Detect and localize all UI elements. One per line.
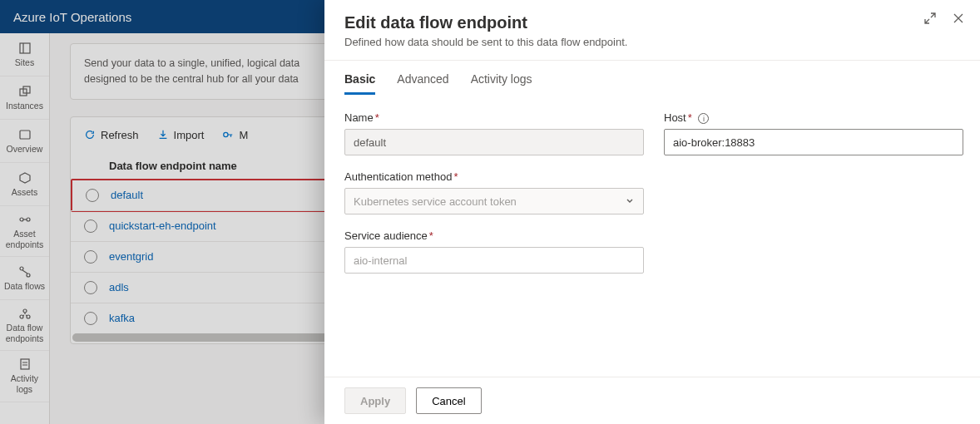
- row-radio[interactable]: [84, 312, 97, 325]
- refresh-button[interactable]: Refresh: [84, 129, 139, 141]
- svg-point-8: [23, 309, 27, 313]
- data-flows-icon: [18, 265, 32, 279]
- svg-point-7: [27, 274, 30, 277]
- row-name-link[interactable]: quickstart-eh-endpoint: [109, 219, 216, 232]
- name-field: Name* default: [344, 111, 644, 155]
- auth-select[interactable]: Kubernetes service account token: [344, 188, 644, 214]
- expand-icon[interactable]: [923, 12, 937, 27]
- apply-button[interactable]: Apply: [344, 387, 406, 414]
- sidebar-item-label: Overview: [7, 144, 43, 155]
- svg-point-4: [20, 218, 23, 221]
- svg-rect-3: [20, 131, 30, 139]
- data-flow-endpoints-icon: [18, 307, 32, 320]
- svg-point-6: [20, 267, 23, 270]
- sites-icon: [18, 42, 32, 55]
- panel-title: Edit data flow endpoint: [344, 13, 960, 32]
- key-icon: [222, 129, 234, 141]
- row-name-link[interactable]: kafka: [109, 312, 135, 324]
- host-field: Host* i aio-broker:18883: [664, 111, 963, 155]
- panel-subtitle: Defined how data should be sent to this …: [344, 36, 960, 48]
- sidebar-item-asset-endpoints[interactable]: Asset endpoints: [0, 206, 49, 257]
- sidebar-item-assets[interactable]: Assets: [0, 163, 49, 206]
- sidebar-item-instances[interactable]: Instances: [0, 76, 49, 120]
- host-label: Host* i: [664, 111, 963, 124]
- edit-endpoint-panel: Edit data flow endpoint Defined how data…: [324, 0, 980, 424]
- tab-advanced[interactable]: Advanced: [397, 72, 448, 95]
- svg-point-5: [27, 218, 30, 221]
- panel-tabs: Basic Advanced Activity logs: [324, 61, 980, 95]
- more-label: M: [239, 129, 248, 141]
- name-label: Name*: [344, 111, 644, 124]
- svg-rect-0: [20, 43, 30, 53]
- svg-rect-11: [21, 359, 29, 369]
- import-icon: [157, 129, 169, 141]
- row-radio[interactable]: [84, 281, 97, 294]
- column-header-name[interactable]: Data flow endpoint name: [109, 160, 237, 172]
- panel-header: Edit data flow endpoint Defined how data…: [324, 0, 980, 61]
- sidebar-item-sites[interactable]: Sites: [0, 33, 49, 76]
- refresh-icon: [84, 129, 96, 141]
- row-radio[interactable]: [86, 189, 99, 202]
- sidebar-item-label: Data flows: [4, 281, 45, 292]
- tab-activity-logs[interactable]: Activity logs: [471, 72, 532, 95]
- auth-label: Authentication method*: [344, 170, 644, 183]
- row-name-link[interactable]: eventgrid: [109, 250, 153, 263]
- panel-footer: Apply Cancel: [324, 377, 980, 424]
- asset-endpoints-icon: [18, 213, 32, 226]
- assets-icon: [18, 171, 32, 185]
- row-name-link[interactable]: default: [111, 189, 143, 201]
- auth-placeholder: Kubernetes service account token: [354, 195, 517, 208]
- close-icon[interactable]: [952, 12, 965, 27]
- auth-field: Authentication method* Kubernetes servic…: [344, 170, 644, 214]
- product-title: Azure IoT Operations: [13, 10, 131, 24]
- sidebar-item-label: Assets: [12, 187, 38, 198]
- row-radio[interactable]: [84, 250, 97, 264]
- cancel-button[interactable]: Cancel: [416, 387, 481, 414]
- activity-logs-icon: [18, 357, 32, 371]
- overview-icon: [18, 128, 32, 141]
- chevron-down-icon: [625, 195, 635, 208]
- audience-label: Service audience*: [344, 229, 644, 242]
- sidebar-item-label: Activity logs: [2, 373, 47, 394]
- tab-basic[interactable]: Basic: [344, 72, 375, 95]
- sidebar-item-data-flow-endpoints[interactable]: Data flow endpoints: [0, 300, 49, 351]
- sidebar-item-label: Instances: [6, 101, 43, 111]
- audience-field: Service audience* aio-internal: [344, 229, 644, 274]
- instances-icon: [18, 85, 32, 98]
- sidebar-item-label: Asset endpoints: [2, 229, 47, 249]
- sidebar: Sites Instances Overview Assets Asset en…: [0, 33, 50, 424]
- import-label: Import: [174, 129, 205, 141]
- audience-input[interactable]: aio-internal: [344, 247, 644, 274]
- sidebar-item-activity-logs[interactable]: Activity logs: [0, 351, 49, 402]
- info-icon[interactable]: i: [698, 113, 709, 124]
- host-input[interactable]: aio-broker:18883: [664, 129, 963, 155]
- row-radio[interactable]: [84, 219, 97, 233]
- name-input[interactable]: default: [344, 129, 644, 155]
- sidebar-item-label: Data flow endpoints: [2, 323, 47, 343]
- import-button[interactable]: Import: [157, 129, 205, 141]
- row-name-link[interactable]: adls: [109, 281, 129, 293]
- panel-body: Name* default Authentication method* Kub…: [324, 95, 980, 377]
- refresh-label: Refresh: [101, 129, 139, 141]
- svg-point-12: [224, 132, 228, 136]
- sidebar-item-overview[interactable]: Overview: [0, 120, 49, 163]
- sidebar-item-label: Sites: [15, 57, 34, 68]
- more-button[interactable]: M: [222, 129, 248, 141]
- sidebar-item-data-flows[interactable]: Data flows: [0, 257, 49, 300]
